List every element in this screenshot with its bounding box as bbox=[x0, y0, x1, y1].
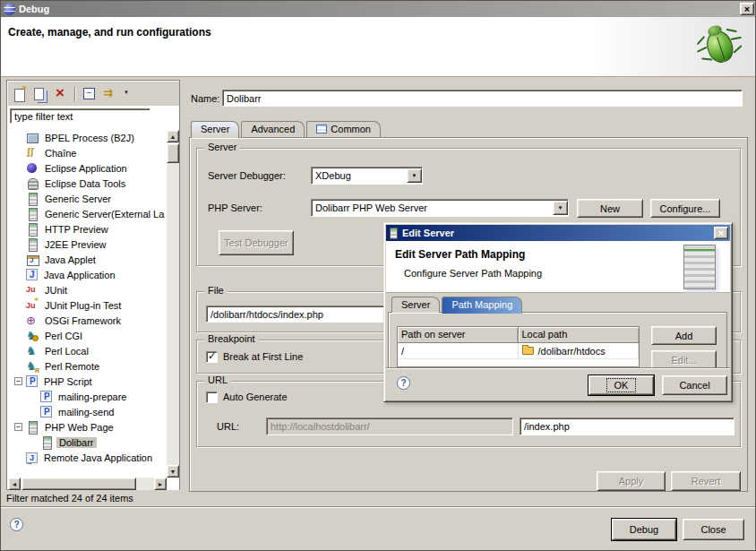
filter-launch-icon[interactable] bbox=[103, 87, 117, 101]
perl-icon bbox=[26, 345, 39, 357]
php-icon bbox=[40, 406, 52, 418]
scroll-right-icon[interactable]: ► bbox=[154, 478, 167, 490]
tree-item-php-web-page[interactable]: −PHP Web Page bbox=[9, 419, 167, 435]
help-icon[interactable]: ? bbox=[10, 518, 23, 531]
duplicate-config-icon[interactable] bbox=[33, 87, 47, 101]
form-tabs: ServerAdvancedCommon bbox=[191, 121, 381, 138]
edit-mapping-button[interactable]: Edit... bbox=[651, 350, 717, 369]
tree-item-generic-server[interactable]: Generic Server bbox=[9, 191, 167, 206]
window-close-button[interactable]: × bbox=[740, 3, 754, 15]
path-mapping-table: Path on serverLocal path //dolibarr/htdo… bbox=[397, 326, 640, 367]
dialog-tab-path-mapping[interactable]: Path Mapping bbox=[442, 297, 522, 314]
scroll-down-icon[interactable]: ▼ bbox=[167, 465, 179, 478]
server-icon bbox=[26, 193, 39, 205]
junit-plugin-icon bbox=[26, 299, 39, 312]
tree-item-eclipse-application[interactable]: Eclipse Application bbox=[9, 160, 167, 176]
cancel-button[interactable]: Cancel bbox=[662, 375, 727, 395]
tree-item-generic-server-external-la[interactable]: Generic Server(External La bbox=[9, 206, 167, 221]
type-filter-input[interactable] bbox=[11, 109, 150, 123]
sphere-icon bbox=[26, 162, 39, 175]
dialog-subheading: Configure Server Path Mapping bbox=[404, 268, 542, 279]
tree-item-label: Generic Server(External La bbox=[42, 209, 167, 220]
tab-common[interactable]: Common bbox=[306, 121, 381, 137]
collapse-all-icon[interactable] bbox=[82, 87, 97, 101]
osgi-icon bbox=[26, 314, 39, 327]
table-icon bbox=[316, 125, 327, 133]
tree-item-label: Perl CGI bbox=[42, 331, 85, 341]
server-icon bbox=[26, 208, 39, 220]
debug-button[interactable]: Debug bbox=[612, 519, 676, 540]
dialog-tab-server[interactable]: Server bbox=[391, 297, 440, 313]
close-button[interactable]: Close bbox=[683, 519, 744, 540]
tree-item-http-preview[interactable]: HTTP Preview bbox=[9, 221, 167, 237]
tab-label: Path Mapping bbox=[451, 299, 512, 310]
tree-item-osgi-framework[interactable]: OSGi Framework bbox=[9, 313, 167, 328]
tree-item-eclipse-data-tools[interactable]: Eclipse Data Tools bbox=[9, 176, 167, 191]
tree-item-perl-local[interactable]: Perl Local bbox=[9, 343, 167, 358]
dialog-tabs: ServerPath Mapping bbox=[391, 297, 522, 313]
ok-button[interactable]: OK bbox=[588, 375, 654, 395]
toolbar-separator bbox=[74, 87, 76, 101]
tab-label: Server bbox=[401, 299, 430, 310]
tab-label: Server bbox=[201, 124, 229, 134]
tree-item-php-script[interactable]: −PHP Script bbox=[9, 374, 167, 389]
scroll-left-icon[interactable]: ◄ bbox=[8, 478, 21, 490]
config-toolbar bbox=[11, 84, 131, 104]
tree-item-bpel-process-b2j[interactable]: BPEL Process (B2J) bbox=[9, 130, 167, 145]
tree-item-label: HTTP Preview bbox=[42, 224, 111, 235]
server-icon bbox=[390, 228, 398, 239]
server-path-cell: / bbox=[398, 343, 519, 358]
name-input[interactable] bbox=[223, 90, 742, 106]
remote-java-icon bbox=[26, 452, 38, 463]
tree-item-junit-plug-in-test[interactable]: JUnit Plug-in Test bbox=[9, 297, 167, 313]
name-field-wrap bbox=[222, 90, 743, 107]
tree-item-label: J2EE Preview bbox=[42, 239, 108, 250]
tree-vertical-scrollbar[interactable]: ▲ ▼ bbox=[167, 130, 179, 478]
column-header-local-path[interactable]: Local path bbox=[519, 327, 640, 342]
tree-horizontal-scrollbar[interactable]: ◄ ► bbox=[8, 478, 167, 490]
chain-icon bbox=[26, 147, 39, 159]
server-icon bbox=[26, 421, 39, 434]
table-row[interactable]: //dolibarr/htdocs bbox=[398, 343, 639, 359]
tree-item-java-applet[interactable]: Java Applet bbox=[9, 252, 167, 267]
tree-item-cha-ne[interactable]: Chaîne bbox=[9, 145, 167, 160]
collapse-expander-icon[interactable]: − bbox=[14, 377, 22, 385]
tree-item-remote-java-application[interactable]: Remote Java Application bbox=[9, 450, 167, 465]
tree-item-mailing-prepare[interactable]: mailing-prepare bbox=[9, 389, 167, 404]
tab-advanced[interactable]: Advanced bbox=[241, 121, 305, 137]
new-config-icon[interactable] bbox=[13, 87, 27, 101]
tree-item-mailing-send[interactable]: mailing-send bbox=[9, 404, 167, 419]
server-tower-icon bbox=[683, 245, 716, 289]
dropdown-caret-icon[interactable] bbox=[124, 87, 131, 101]
php-icon bbox=[26, 375, 38, 387]
dialog-help-icon[interactable]: ? bbox=[397, 376, 410, 390]
tree-item-label: JUnit Plug-in Test bbox=[42, 300, 124, 311]
tree-item-dolibarr[interactable]: Dolibarr bbox=[9, 435, 167, 450]
edit-server-dialog: Edit Server × Edit Server Path Mapping C… bbox=[383, 222, 733, 402]
scroll-up-icon[interactable]: ▲ bbox=[167, 130, 179, 142]
java-icon bbox=[26, 269, 38, 280]
vscroll-thumb[interactable] bbox=[167, 143, 179, 163]
configurations-panel: BPEL Process (B2J)ChaîneEclipse Applicat… bbox=[6, 80, 180, 490]
tree-item-label: mailing-send bbox=[56, 407, 116, 418]
delete-config-icon[interactable] bbox=[54, 87, 68, 101]
dialog-title: Edit Server bbox=[402, 228, 454, 238]
tree-item-label: Eclipse Application bbox=[42, 163, 130, 174]
column-header-path-on-server[interactable]: Path on server bbox=[398, 327, 519, 342]
tab-server[interactable]: Server bbox=[191, 121, 239, 138]
collapse-expander-icon[interactable]: − bbox=[14, 423, 22, 431]
footer-separator bbox=[1, 506, 756, 508]
tree-item-java-application[interactable]: Java Application bbox=[9, 267, 167, 282]
dialog-close-button[interactable]: × bbox=[714, 227, 728, 239]
tree-item-perl-cgi[interactable]: Perl CGI bbox=[9, 328, 167, 343]
window-titlebar[interactable]: Debug × bbox=[1, 1, 756, 17]
tree-item-j2ee-preview[interactable]: J2EE Preview bbox=[9, 237, 167, 252]
tab-label: Common bbox=[331, 124, 371, 134]
add-mapping-button[interactable]: Add bbox=[651, 326, 717, 345]
tree-item-perl-remote[interactable]: Perl Remote bbox=[9, 358, 167, 374]
process-icon bbox=[26, 132, 39, 144]
hscroll-thumb[interactable] bbox=[21, 478, 136, 490]
dialog-titlebar[interactable]: Edit Server × bbox=[386, 225, 730, 241]
filter-field-wrap bbox=[10, 108, 150, 124]
tree-item-label: JUnit bbox=[42, 285, 70, 296]
